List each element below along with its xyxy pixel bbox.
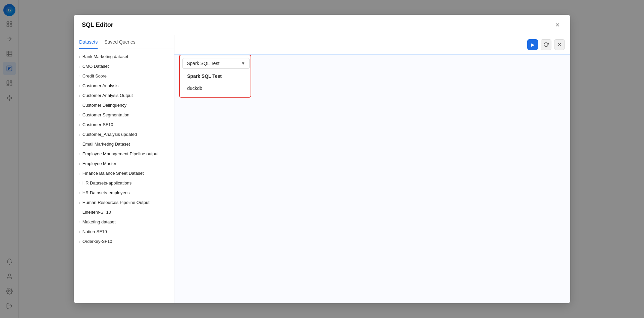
dataset-list-item[interactable]: › Orderkey-SF10 xyxy=(74,236,174,246)
dataset-list-item[interactable]: › Finance Balance Sheet Dataset xyxy=(74,168,174,178)
dataset-item-label: Customer Delinquency xyxy=(83,103,169,108)
chevron-right-icon: › xyxy=(79,132,80,137)
main-content: ▶ xyxy=(174,35,570,303)
dataset-item-label: Orderkey-SF10 xyxy=(83,239,169,244)
tab-datasets[interactable]: Datasets xyxy=(79,39,98,49)
dataset-item-label: Human Resources Pipeline Output xyxy=(83,200,169,205)
dataset-item-label: Employee Management Pipeline output xyxy=(83,151,169,156)
chevron-right-icon: › xyxy=(79,240,80,244)
chevron-right-icon: › xyxy=(79,210,80,214)
dataset-tabs: Datasets Saved Queries xyxy=(74,35,174,49)
dataset-list-item[interactable]: › Maketing dataset xyxy=(74,217,174,227)
modal-overlay: SQL Editor × Datasets Saved Queries xyxy=(0,0,644,318)
dataset-list-item[interactable]: › Employee Master xyxy=(74,159,174,168)
dataset-list-item[interactable]: › Email Marketing Dataset xyxy=(74,139,174,149)
chevron-right-icon: › xyxy=(79,220,80,224)
dataset-item-label: Employee Master xyxy=(83,161,169,166)
dataset-item-label: Finance Balance Sheet Dataset xyxy=(83,171,169,176)
sql-editor-modal: SQL Editor × Datasets Saved Queries xyxy=(74,15,570,303)
clear-button[interactable] xyxy=(554,39,565,50)
dataset-item-label: Customer-SF10 xyxy=(83,122,169,127)
chevron-right-icon: › xyxy=(79,201,80,205)
dataset-sidebar: Datasets Saved Queries › Bank Marketing … xyxy=(74,35,174,303)
dropdown-wrapper: Spark SQL Test ▼ Spark SQL Test duckdb xyxy=(179,55,251,98)
chevron-right-icon: › xyxy=(79,74,80,78)
dataset-list-item[interactable]: › HR Datasets-applications xyxy=(74,178,174,188)
dataset-list-item[interactable]: › Nation-SF10 xyxy=(74,227,174,236)
dropdown-item-spark-sql-test[interactable]: Spark SQL Test xyxy=(182,70,250,82)
chevron-right-icon: › xyxy=(79,230,80,234)
chevron-right-icon: › xyxy=(79,123,80,127)
chevron-right-icon: › xyxy=(79,171,80,175)
dataset-list-item[interactable]: › Customer Segmentation xyxy=(74,110,174,120)
dataset-item-label: Bank Marketing dataset xyxy=(83,54,169,59)
dataset-item-label: HR Datasets-applications xyxy=(83,180,169,186)
chevron-right-icon: › xyxy=(79,55,80,59)
chevron-right-icon: › xyxy=(79,142,80,146)
dataset-item-label: Customer Analysis Output xyxy=(83,93,169,98)
dataset-list: › Bank Marketing dataset › CMO Dataset ›… xyxy=(74,49,174,303)
dataset-list-item[interactable]: › Employee Management Pipeline output xyxy=(74,149,174,159)
dataset-list-item[interactable]: › Customer Delinquency xyxy=(74,100,174,110)
dataset-item-label: CMO Dataset xyxy=(83,64,169,69)
chevron-right-icon: › xyxy=(79,191,80,195)
chevron-right-icon: › xyxy=(79,181,80,185)
database-dropdown-menu: Spark SQL Test duckdb xyxy=(182,70,250,94)
dataset-list-item[interactable]: › Credit Score xyxy=(74,71,174,81)
modal-body: Datasets Saved Queries › Bank Marketing … xyxy=(74,35,570,303)
toolbar: ▶ xyxy=(174,35,570,54)
dataset-item-label: Maketing dataset xyxy=(83,219,169,224)
dataset-list-item[interactable]: › Customer Analysis xyxy=(74,81,174,91)
dataset-item-label: HR Datasets-employees xyxy=(83,190,169,195)
dataset-list-item[interactable]: › HR Datasets-employees xyxy=(74,188,174,198)
dropdown-box: Spark SQL Test ▼ Spark SQL Test duckdb xyxy=(179,55,251,98)
dataset-list-item[interactable]: › Customer Analysis Output xyxy=(74,91,174,100)
modal-header: SQL Editor × xyxy=(74,15,570,35)
chevron-right-icon: › xyxy=(79,84,80,88)
dataset-item-label: Customer_Analysis updated xyxy=(83,132,169,137)
dataset-list-item[interactable]: › Human Resources Pipeline Output xyxy=(74,198,174,207)
dropdown-arrow-icon: ▼ xyxy=(241,61,245,66)
dataset-item-label: Nation-SF10 xyxy=(83,229,169,234)
dataset-item-label: Customer Analysis xyxy=(83,83,169,88)
chevron-right-icon: › xyxy=(79,94,80,98)
dataset-list-item[interactable]: › Customer-SF10 xyxy=(74,120,174,129)
dataset-item-label: LineItem-SF10 xyxy=(83,210,169,215)
modal-title: SQL Editor xyxy=(82,21,113,29)
dataset-item-label: Credit Score xyxy=(83,73,169,78)
dataset-item-label: Email Marketing Dataset xyxy=(83,142,169,147)
chevron-right-icon: › xyxy=(79,113,80,117)
chevron-right-icon: › xyxy=(79,64,80,68)
chevron-right-icon: › xyxy=(79,162,80,166)
run-button[interactable]: ▶ xyxy=(527,39,538,50)
dataset-list-item[interactable]: › CMO Dataset xyxy=(74,61,174,71)
dataset-list-item[interactable]: › LineItem-SF10 xyxy=(74,207,174,217)
chevron-right-icon: › xyxy=(79,152,80,156)
dataset-item-label: Customer Segmentation xyxy=(83,112,169,117)
close-button[interactable]: × xyxy=(553,20,562,30)
chevron-right-icon: › xyxy=(79,103,80,107)
tab-saved-queries[interactable]: Saved Queries xyxy=(104,39,136,49)
dropdown-item-duckdb[interactable]: duckdb xyxy=(182,82,250,94)
refresh-button[interactable] xyxy=(541,39,551,50)
database-dropdown-trigger[interactable]: Spark SQL Test ▼ xyxy=(182,58,250,69)
dataset-list-item[interactable]: › Bank Marketing dataset xyxy=(74,52,174,61)
dataset-list-item[interactable]: › Customer_Analysis updated xyxy=(74,129,174,139)
